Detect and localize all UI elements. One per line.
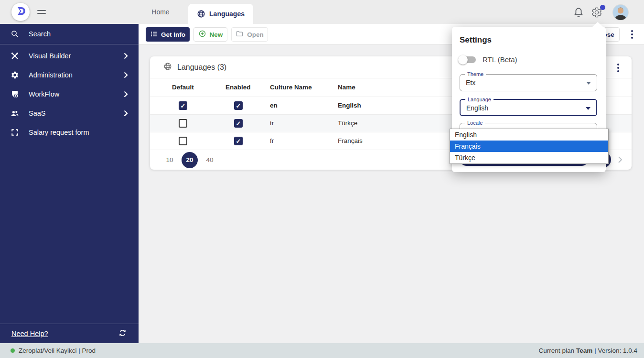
chevron-right-icon xyxy=(124,110,128,117)
sidebar-search[interactable]: Search xyxy=(0,24,139,44)
next-page-chevron-icon[interactable] xyxy=(615,155,625,164)
plan-name: Team xyxy=(576,347,592,354)
app-logo[interactable] xyxy=(11,3,30,21)
chevron-right-icon xyxy=(124,72,128,78)
name-cell: English xyxy=(338,102,361,109)
new-button[interactable]: New xyxy=(193,27,227,42)
page-size-10-button[interactable]: 10 xyxy=(161,152,179,168)
culture-name-cell: tr xyxy=(270,119,274,127)
refresh-icon[interactable] xyxy=(118,328,127,339)
toggle-knob xyxy=(458,55,468,65)
sidebar-item-label: Visual Builder xyxy=(29,52,114,60)
default-checkbox-unchecked[interactable] xyxy=(179,119,187,128)
user-avatar[interactable] xyxy=(613,5,628,20)
chevron-right-icon xyxy=(124,53,128,59)
page-size-40-button[interactable]: 40 xyxy=(201,152,219,168)
column-header-enabled: Enabled xyxy=(225,84,251,91)
column-header-culture-name: Culture Name xyxy=(270,84,312,91)
open-button[interactable]: Open xyxy=(231,27,268,42)
get-info-label: Get Info xyxy=(161,31,185,38)
card-kebab-menu-icon[interactable] xyxy=(617,64,619,72)
gear-icon xyxy=(11,71,19,79)
sidebar-item-visual-builder[interactable]: Visual Builder xyxy=(0,46,139,65)
language-select[interactable]: Language English xyxy=(460,99,597,116)
name-cell: Français xyxy=(338,137,363,144)
notifications-bell-icon[interactable] xyxy=(573,7,584,18)
sidebar-item-label: Administration xyxy=(29,71,114,79)
column-header-name: Name xyxy=(338,84,355,91)
locale-dropdown-list: English Français Türkçe xyxy=(450,129,609,164)
toolbar-kebab-menu-icon[interactable] xyxy=(631,30,633,39)
workflow-icon xyxy=(11,90,19,98)
search-icon xyxy=(11,30,19,38)
tab-home-label: Home xyxy=(151,8,169,16)
sidebar-item-label: Salary request form xyxy=(29,129,128,136)
expand-corners-icon xyxy=(11,128,19,137)
theme-select[interactable]: Theme Etx xyxy=(460,74,597,91)
enabled-checkbox-checked[interactable]: ✓ xyxy=(234,119,243,128)
default-checkbox-unchecked[interactable] xyxy=(179,137,187,145)
list-icon xyxy=(150,30,158,39)
brand-logo-icon xyxy=(14,5,27,19)
new-label: New xyxy=(210,31,223,38)
chevron-down-icon xyxy=(586,107,590,110)
rtl-toggle[interactable] xyxy=(460,56,476,63)
name-cell: Türkçe xyxy=(338,119,357,127)
globe-icon xyxy=(163,62,172,73)
chevron-down-icon xyxy=(586,82,591,85)
locale-select-label: Locale xyxy=(465,120,485,126)
sidebar-item-label: WorkFlow xyxy=(29,90,114,98)
menu-toggle-icon[interactable] xyxy=(37,10,46,14)
top-bar: Home Languages xyxy=(0,0,644,24)
card-title: Languages (3) xyxy=(177,63,226,72)
need-help-link[interactable]: Need Help? xyxy=(11,330,48,337)
settings-popup-title: Settings xyxy=(460,35,492,45)
sidebar-footer: Need Help? xyxy=(0,324,139,343)
rtl-toggle-label: RTL (Beta) xyxy=(483,55,517,64)
dropdown-option-turkce[interactable]: Türkçe xyxy=(450,152,608,163)
sidebar-item-saas[interactable]: SaaS xyxy=(0,104,139,123)
sidebar-search-label: Search xyxy=(29,30,51,38)
folder-icon xyxy=(236,30,244,39)
notification-dot xyxy=(600,5,605,10)
language-select-value: English xyxy=(466,100,488,116)
enabled-checkbox-checked[interactable]: ✓ xyxy=(234,137,243,145)
plan-version-text: Current planTeam| Version: 1.0.4 xyxy=(539,347,637,354)
page-size-20-button[interactable]: 20 xyxy=(182,152,198,168)
tab-languages-label: Languages xyxy=(209,10,245,18)
default-checkbox-checked[interactable]: ✓ xyxy=(179,101,187,110)
enabled-checkbox-checked[interactable]: ✓ xyxy=(234,101,243,110)
status-bar: Zeroplat/Veli Kayikci | Prod Current pla… xyxy=(0,343,644,358)
tab-home[interactable]: Home xyxy=(143,0,178,24)
tab-languages[interactable]: Languages xyxy=(188,4,253,24)
people-icon xyxy=(11,109,19,118)
sidebar-item-workflow[interactable]: WorkFlow xyxy=(0,85,139,104)
theme-select-value: Etx xyxy=(466,75,475,91)
culture-name-cell: fr xyxy=(270,137,274,144)
tools-icon xyxy=(11,52,19,60)
status-green-dot xyxy=(11,348,15,353)
get-info-button[interactable]: Get Info xyxy=(146,27,190,42)
dropdown-option-francais[interactable]: Français xyxy=(450,141,608,152)
sidebar: Search Visual Builder Administration xyxy=(0,24,139,343)
culture-name-cell: en xyxy=(270,102,278,109)
open-label: Open xyxy=(247,31,264,38)
plus-circle-icon xyxy=(198,30,206,39)
column-header-default: Default xyxy=(172,84,194,91)
chevron-right-icon xyxy=(124,91,128,98)
sidebar-item-label: SaaS xyxy=(29,109,114,117)
environment-status-text: Zeroplat/Veli Kayikci | Prod xyxy=(19,347,96,354)
dropdown-option-english[interactable]: English xyxy=(450,129,608,141)
globe-icon xyxy=(197,10,205,18)
sidebar-item-salary-request-form[interactable]: Salary request form xyxy=(0,123,139,142)
sidebar-item-administration[interactable]: Administration xyxy=(0,65,139,85)
